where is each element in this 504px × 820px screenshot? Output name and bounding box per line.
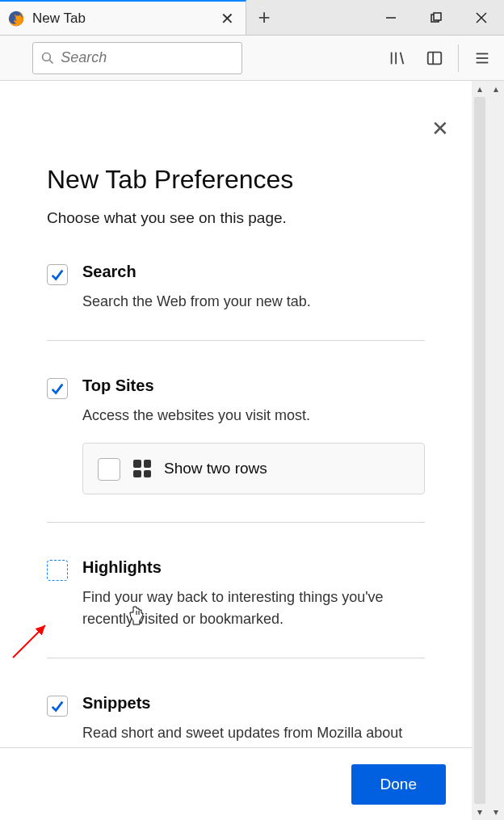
tab-title: New Tab xyxy=(32,11,209,27)
browser-tab[interactable]: New Tab ✕ xyxy=(0,0,246,35)
newtab-preferences-panel: ✕ New Tab Preferences Choose what you se… xyxy=(0,81,472,820)
firefox-icon xyxy=(8,11,24,27)
close-window-button[interactable] xyxy=(459,0,504,35)
sidebar-button[interactable] xyxy=(421,44,448,72)
prefs-footer: Done xyxy=(0,747,472,820)
new-tab-button[interactable]: + xyxy=(246,0,282,35)
divider xyxy=(47,522,425,523)
option-title: Top Sites xyxy=(82,376,425,395)
scrollbar-outer[interactable]: ▴ ▾ xyxy=(488,81,504,820)
checkbox-highlights[interactable] xyxy=(47,560,68,581)
scroll-down-icon[interactable]: ▾ xyxy=(472,804,488,820)
window-controls xyxy=(368,0,504,35)
page-content: ✕ New Tab Preferences Choose what you se… xyxy=(0,81,472,820)
maximize-button[interactable] xyxy=(414,0,459,35)
scrollbar-inner[interactable]: ▴ ▾ xyxy=(472,81,488,820)
grid-icon xyxy=(133,460,151,477)
option-desc: Access the websites you visit most. xyxy=(82,405,425,427)
menu-button[interactable] xyxy=(468,44,496,72)
option-title: Search xyxy=(82,263,425,281)
option-search: Search Search the Web from your new tab. xyxy=(47,263,425,313)
scroll-down-icon[interactable]: ▾ xyxy=(488,804,504,820)
option-desc: Search the Web from your new tab. xyxy=(82,291,425,313)
checkbox-two-rows[interactable] xyxy=(98,458,120,481)
navbar xyxy=(0,36,504,81)
suboption-two-rows: Show two rows xyxy=(82,443,425,494)
checkbox-top-sites[interactable] xyxy=(47,378,68,399)
titlebar: New Tab ✕ + xyxy=(0,0,504,36)
svg-rect-11 xyxy=(428,52,442,64)
option-desc: Find your way back to interesting things… xyxy=(82,587,425,630)
checkbox-snippets[interactable] xyxy=(47,696,68,717)
library-button[interactable] xyxy=(384,44,411,72)
option-title: Snippets xyxy=(82,694,425,713)
divider xyxy=(47,340,425,341)
suboption-label: Show two rows xyxy=(164,460,267,477)
option-title: Highlights xyxy=(82,558,425,577)
prefs-title: New Tab Preferences xyxy=(47,165,425,195)
svg-rect-3 xyxy=(434,13,441,20)
search-bar[interactable] xyxy=(32,42,242,74)
scroll-track[interactable] xyxy=(474,97,485,804)
scroll-up-icon[interactable]: ▴ xyxy=(472,81,488,97)
checkbox-search[interactable] xyxy=(47,264,68,285)
done-button[interactable]: Done xyxy=(351,764,446,805)
svg-point-6 xyxy=(43,53,51,61)
search-icon xyxy=(41,51,54,65)
svg-line-10 xyxy=(401,52,404,64)
close-prefs-icon[interactable]: ✕ xyxy=(431,116,449,141)
divider xyxy=(47,658,425,658)
minimize-button[interactable] xyxy=(368,0,414,35)
option-top-sites: Top Sites Access the websites you visit … xyxy=(47,376,425,494)
option-highlights: Highlights Find your way back to interes… xyxy=(47,558,425,630)
scroll-up-icon[interactable]: ▴ xyxy=(488,81,504,97)
tab-close-icon[interactable]: ✕ xyxy=(217,9,237,28)
search-input[interactable] xyxy=(61,49,233,66)
prefs-subtitle: Choose what you see on this page. xyxy=(47,209,425,227)
svg-line-7 xyxy=(50,60,53,63)
